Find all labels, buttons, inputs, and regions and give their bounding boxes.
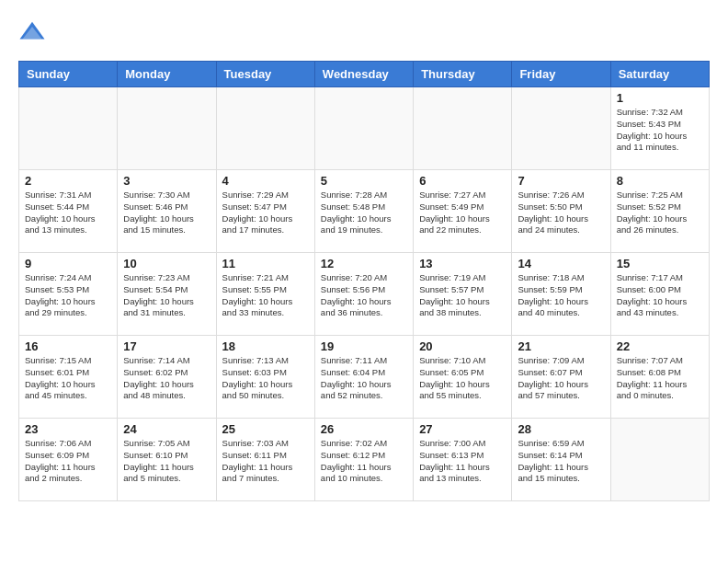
day-info: Sunrise: 7:15 AM Sunset: 6:01 PM Dayligh… [25,355,111,402]
day-number: 3 [123,174,210,188]
day-number: 18 [222,339,309,353]
calendar-cell: 2Sunrise: 7:31 AM Sunset: 5:44 PM Daylig… [19,170,118,253]
day-info: Sunrise: 7:18 AM Sunset: 5:59 PM Dayligh… [518,272,604,319]
calendar-cell: 7Sunrise: 7:26 AM Sunset: 5:50 PM Daylig… [512,170,610,253]
calendar-cell: 27Sunrise: 7:00 AM Sunset: 6:13 PM Dayli… [414,419,512,501]
day-info: Sunrise: 7:27 AM Sunset: 5:49 PM Dayligh… [419,190,506,236]
day-number: 4 [222,174,309,188]
calendar-cell: 26Sunrise: 7:02 AM Sunset: 6:12 PM Dayli… [314,419,413,501]
calendar-cell: 24Sunrise: 7:05 AM Sunset: 6:10 PM Dayli… [118,419,216,501]
day-number: 14 [518,257,604,270]
day-number: 20 [419,339,506,353]
calendar-cell [610,419,709,501]
day-info: Sunrise: 7:26 AM Sunset: 5:50 PM Dayligh… [518,190,604,236]
calendar-header-row: SundayMondayTuesdayWednesdayThursdayFrid… [19,62,710,87]
day-number: 17 [123,339,210,353]
calendar-cell [216,87,314,170]
day-info: Sunrise: 7:19 AM Sunset: 5:57 PM Dayligh… [419,272,506,319]
calendar-cell: 6Sunrise: 7:27 AM Sunset: 5:49 PM Daylig… [414,170,512,253]
day-info: Sunrise: 7:10 AM Sunset: 6:05 PM Dayligh… [419,355,506,402]
day-number: 26 [321,422,407,436]
day-number: 24 [123,422,210,436]
day-info: Sunrise: 7:32 AM Sunset: 5:43 PM Dayligh… [617,107,703,154]
day-number: 13 [419,257,506,270]
day-number: 9 [25,257,111,270]
calendar-cell: 15Sunrise: 7:17 AM Sunset: 6:00 PM Dayli… [610,253,709,336]
day-info: Sunrise: 7:23 AM Sunset: 5:54 PM Dayligh… [123,272,210,319]
calendar-cell [414,87,512,170]
day-number: 11 [222,257,309,270]
day-info: Sunrise: 7:09 AM Sunset: 6:07 PM Dayligh… [518,355,604,402]
day-header-tuesday: Tuesday [216,62,314,87]
day-header-wednesday: Wednesday [314,62,413,87]
day-info: Sunrise: 7:25 AM Sunset: 5:52 PM Dayligh… [617,190,703,236]
calendar-cell: 19Sunrise: 7:11 AM Sunset: 6:04 PM Dayli… [314,336,413,419]
day-header-thursday: Thursday [414,62,512,87]
day-header-monday: Monday [118,62,216,87]
calendar-cell: 4Sunrise: 7:29 AM Sunset: 5:47 PM Daylig… [216,170,314,253]
calendar-cell [19,87,118,170]
calendar-cell: 10Sunrise: 7:23 AM Sunset: 5:54 PM Dayli… [118,253,216,336]
day-info: Sunrise: 7:14 AM Sunset: 6:02 PM Dayligh… [123,355,210,402]
day-info: Sunrise: 7:13 AM Sunset: 6:03 PM Dayligh… [222,355,309,402]
day-header-friday: Friday [512,62,610,87]
day-number: 27 [419,422,506,436]
day-info: Sunrise: 7:24 AM Sunset: 5:53 PM Dayligh… [25,272,111,319]
calendar-cell: 17Sunrise: 7:14 AM Sunset: 6:02 PM Dayli… [118,336,216,419]
day-info: Sunrise: 7:28 AM Sunset: 5:48 PM Dayligh… [321,190,407,236]
day-info: Sunrise: 7:20 AM Sunset: 5:56 PM Dayligh… [321,272,407,319]
week-row-2: 9Sunrise: 7:24 AM Sunset: 5:53 PM Daylig… [19,253,710,336]
day-number: 10 [123,257,210,270]
day-number: 15 [617,257,703,270]
day-number: 12 [321,257,407,270]
day-number: 1 [617,91,703,105]
week-row-3: 16Sunrise: 7:15 AM Sunset: 6:01 PM Dayli… [19,336,710,419]
calendar-cell: 8Sunrise: 7:25 AM Sunset: 5:52 PM Daylig… [610,170,709,253]
day-number: 2 [25,174,111,188]
calendar: SundayMondayTuesdayWednesdayThursdayFrid… [18,61,710,501]
calendar-cell: 13Sunrise: 7:19 AM Sunset: 5:57 PM Dayli… [414,253,512,336]
calendar-cell: 11Sunrise: 7:21 AM Sunset: 5:55 PM Dayli… [216,253,314,336]
header [18,18,710,46]
day-info: Sunrise: 7:31 AM Sunset: 5:44 PM Dayligh… [25,190,111,236]
calendar-cell [512,87,610,170]
week-row-1: 2Sunrise: 7:31 AM Sunset: 5:44 PM Daylig… [19,170,710,253]
day-number: 19 [321,339,407,353]
day-number: 6 [419,174,506,188]
day-info: Sunrise: 7:03 AM Sunset: 6:11 PM Dayligh… [222,438,309,485]
day-number: 21 [518,339,604,353]
calendar-cell: 22Sunrise: 7:07 AM Sunset: 6:08 PM Dayli… [610,336,709,419]
day-info: Sunrise: 7:00 AM Sunset: 6:13 PM Dayligh… [419,438,506,485]
logo-icon [18,18,46,46]
day-number: 25 [222,422,309,436]
day-info: Sunrise: 7:02 AM Sunset: 6:12 PM Dayligh… [321,438,407,485]
day-number: 22 [617,339,703,353]
calendar-cell [314,87,413,170]
day-number: 8 [617,174,703,188]
calendar-cell: 14Sunrise: 7:18 AM Sunset: 5:59 PM Dayli… [512,253,610,336]
week-row-4: 23Sunrise: 7:06 AM Sunset: 6:09 PM Dayli… [19,419,710,501]
day-info: Sunrise: 7:11 AM Sunset: 6:04 PM Dayligh… [321,355,407,402]
calendar-cell: 18Sunrise: 7:13 AM Sunset: 6:03 PM Dayli… [216,336,314,419]
day-header-sunday: Sunday [19,62,118,87]
day-header-saturday: Saturday [610,62,709,87]
day-number: 28 [518,422,604,436]
day-number: 16 [25,339,111,353]
day-number: 23 [25,422,111,436]
day-info: Sunrise: 7:17 AM Sunset: 6:00 PM Dayligh… [617,272,703,319]
calendar-cell: 9Sunrise: 7:24 AM Sunset: 5:53 PM Daylig… [19,253,118,336]
calendar-cell [118,87,216,170]
calendar-cell: 23Sunrise: 7:06 AM Sunset: 6:09 PM Dayli… [19,419,118,501]
day-info: Sunrise: 7:05 AM Sunset: 6:10 PM Dayligh… [123,438,210,485]
calendar-cell: 1Sunrise: 7:32 AM Sunset: 5:43 PM Daylig… [610,87,709,170]
calendar-cell: 20Sunrise: 7:10 AM Sunset: 6:05 PM Dayli… [414,336,512,419]
day-info: Sunrise: 7:06 AM Sunset: 6:09 PM Dayligh… [25,438,111,485]
calendar-cell: 5Sunrise: 7:28 AM Sunset: 5:48 PM Daylig… [314,170,413,253]
day-info: Sunrise: 7:07 AM Sunset: 6:08 PM Dayligh… [617,355,703,402]
calendar-cell: 16Sunrise: 7:15 AM Sunset: 6:01 PM Dayli… [19,336,118,419]
day-info: Sunrise: 7:30 AM Sunset: 5:46 PM Dayligh… [123,190,210,236]
day-info: Sunrise: 7:21 AM Sunset: 5:55 PM Dayligh… [222,272,309,319]
calendar-cell: 25Sunrise: 7:03 AM Sunset: 6:11 PM Dayli… [216,419,314,501]
day-number: 7 [518,174,604,188]
calendar-cell: 12Sunrise: 7:20 AM Sunset: 5:56 PM Dayli… [314,253,413,336]
